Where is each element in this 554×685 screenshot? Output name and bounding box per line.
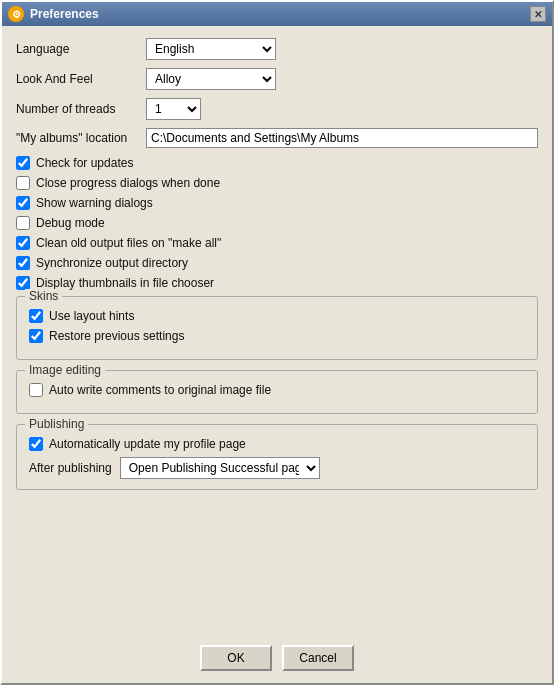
content-area: Language English Look And Feel Alloy Num… bbox=[2, 26, 552, 637]
sync-output-label: Synchronize output directory bbox=[36, 256, 188, 270]
check-updates-checkbox[interactable] bbox=[16, 156, 30, 170]
clean-old-checkbox[interactable] bbox=[16, 236, 30, 250]
threads-row: Number of threads 1 bbox=[16, 98, 538, 120]
auto-update-row: Automatically update my profile page bbox=[29, 437, 525, 451]
use-layout-label: Use layout hints bbox=[49, 309, 134, 323]
ok-button[interactable]: OK bbox=[200, 645, 272, 671]
check-updates-label: Check for updates bbox=[36, 156, 133, 170]
laf-select[interactable]: Alloy bbox=[146, 68, 276, 90]
skins-group-title: Skins bbox=[25, 289, 62, 303]
display-thumbnails-label: Display thumbnails in file chooser bbox=[36, 276, 214, 290]
albums-label: "My albums" location bbox=[16, 131, 146, 145]
debug-mode-row: Debug mode bbox=[16, 216, 538, 230]
sync-output-row: Synchronize output directory bbox=[16, 256, 538, 270]
check-updates-row: Check for updates bbox=[16, 156, 538, 170]
language-row: Language English bbox=[16, 38, 538, 60]
language-label: Language bbox=[16, 42, 146, 56]
restore-previous-label: Restore previous settings bbox=[49, 329, 184, 343]
laf-row: Look And Feel Alloy bbox=[16, 68, 538, 90]
clean-old-row: Clean old output files on "make all" bbox=[16, 236, 538, 250]
auto-update-checkbox[interactable] bbox=[29, 437, 43, 451]
after-publishing-select[interactable]: Open Publishing Successful page Do nothi… bbox=[120, 457, 320, 479]
close-progress-row: Close progress dialogs when done bbox=[16, 176, 538, 190]
threads-label: Number of threads bbox=[16, 102, 146, 116]
auto-write-row: Auto write comments to original image fi… bbox=[29, 383, 525, 397]
image-editing-group: Image editing Auto write comments to ori… bbox=[16, 370, 538, 414]
close-button[interactable]: ✕ bbox=[530, 6, 546, 22]
restore-previous-checkbox[interactable] bbox=[29, 329, 43, 343]
debug-mode-checkbox[interactable] bbox=[16, 216, 30, 230]
close-progress-checkbox[interactable] bbox=[16, 176, 30, 190]
threads-select[interactable]: 1 bbox=[146, 98, 201, 120]
restore-previous-row: Restore previous settings bbox=[29, 329, 525, 343]
display-thumbnails-checkbox[interactable] bbox=[16, 276, 30, 290]
laf-label: Look And Feel bbox=[16, 72, 146, 86]
show-warning-checkbox[interactable] bbox=[16, 196, 30, 210]
image-editing-content: Auto write comments to original image fi… bbox=[29, 383, 525, 397]
preferences-window: ⚙ Preferences ✕ Language English Look An… bbox=[0, 0, 554, 685]
debug-mode-label: Debug mode bbox=[36, 216, 105, 230]
publishing-group: Publishing Automatically update my profi… bbox=[16, 424, 538, 490]
close-progress-label: Close progress dialogs when done bbox=[36, 176, 220, 190]
use-layout-checkbox[interactable] bbox=[29, 309, 43, 323]
auto-write-checkbox[interactable] bbox=[29, 383, 43, 397]
after-publishing-row: After publishing Open Publishing Success… bbox=[29, 457, 525, 479]
show-warning-label: Show warning dialogs bbox=[36, 196, 153, 210]
bottom-buttons: OK Cancel bbox=[2, 637, 552, 683]
skins-group-content: Use layout hints Restore previous settin… bbox=[29, 309, 525, 343]
clean-old-label: Clean old output files on "make all" bbox=[36, 236, 221, 250]
cancel-button[interactable]: Cancel bbox=[282, 645, 354, 671]
auto-write-label: Auto write comments to original image fi… bbox=[49, 383, 271, 397]
window-title: Preferences bbox=[30, 7, 524, 21]
publishing-content: Automatically update my profile page Aft… bbox=[29, 437, 525, 479]
language-select[interactable]: English bbox=[146, 38, 276, 60]
auto-update-label: Automatically update my profile page bbox=[49, 437, 246, 451]
albums-row: "My albums" location bbox=[16, 128, 538, 148]
sync-output-checkbox[interactable] bbox=[16, 256, 30, 270]
image-editing-title: Image editing bbox=[25, 363, 105, 377]
albums-input[interactable] bbox=[146, 128, 538, 148]
window-icon: ⚙ bbox=[8, 6, 24, 22]
title-bar: ⚙ Preferences ✕ bbox=[2, 2, 552, 26]
display-thumbnails-row: Display thumbnails in file chooser bbox=[16, 276, 538, 290]
show-warning-row: Show warning dialogs bbox=[16, 196, 538, 210]
after-publishing-label: After publishing bbox=[29, 461, 112, 475]
publishing-title: Publishing bbox=[25, 417, 88, 431]
skins-group: Skins Use layout hints Restore previous … bbox=[16, 296, 538, 360]
use-layout-row: Use layout hints bbox=[29, 309, 525, 323]
